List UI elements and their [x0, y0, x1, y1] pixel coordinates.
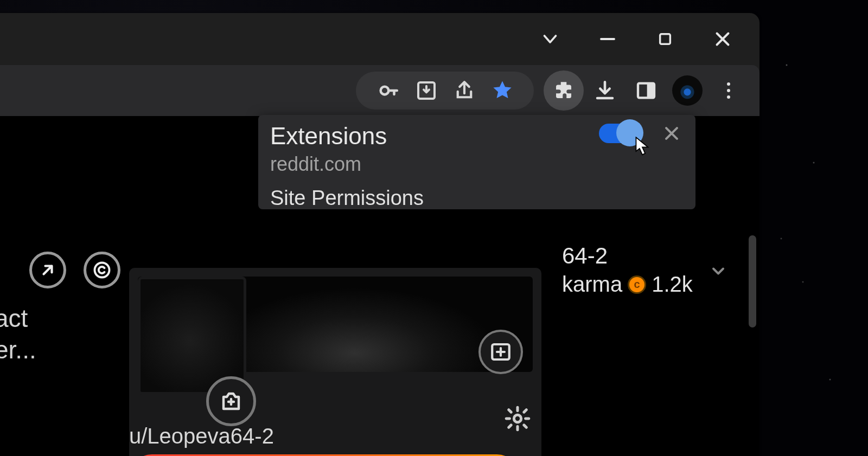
scrollbar-thumb[interactable] — [749, 235, 756, 327]
open-link-icon[interactable] — [29, 252, 66, 288]
install-pwa-icon[interactable] — [410, 74, 443, 107]
close-popover-icon[interactable] — [660, 121, 684, 145]
profile-banner — [138, 277, 533, 372]
bookmark-star-icon[interactable] — [486, 74, 519, 107]
add-avatar-photo-button[interactable] — [206, 376, 256, 426]
titlebar — [0, 13, 760, 65]
top-username-fragment: 64-2 — [562, 243, 693, 269]
omnibox-actions — [356, 72, 534, 110]
add-banner-button[interactable] — [478, 330, 523, 374]
kebab-menu[interactable] — [709, 70, 749, 111]
extensions-toggle[interactable] — [599, 124, 639, 143]
toolbar-icons — [544, 70, 749, 111]
copyright-icon[interactable] — [84, 252, 120, 288]
svg-point-7 — [514, 415, 521, 422]
profile-settings-icon[interactable] — [501, 402, 534, 435]
browser-window: act er... w it's ere's u/Leopeva64-2 — [0, 13, 760, 456]
downloads-icon[interactable] — [585, 70, 625, 111]
extensions-popover: Extensions reddit.com Site Permissions — [258, 115, 695, 209]
profile-username: u/Leopeva64-2 — [129, 424, 274, 448]
browser-toolbar — [0, 65, 760, 116]
chevron-down-icon[interactable] — [709, 261, 728, 281]
avatar-image — [672, 75, 703, 106]
site-permissions-link[interactable]: Site Permissions — [270, 187, 684, 210]
close-window-button[interactable] — [710, 26, 736, 52]
sidepanel-icon[interactable] — [626, 70, 666, 111]
profile-avatar[interactable] — [667, 70, 707, 111]
svg-rect-4 — [647, 84, 654, 98]
coin-value: 1.2k — [652, 272, 693, 297]
popover-site: reddit.com — [270, 153, 684, 176]
top-user-chip[interactable]: 64-2 karma c 1.2k — [562, 243, 693, 297]
karma-word: karma — [562, 272, 622, 297]
minimize-button[interactable] — [595, 26, 621, 52]
key-icon[interactable] — [372, 74, 405, 107]
cropped-post-text-1: act er... — [0, 303, 36, 365]
svg-point-5 — [95, 263, 110, 278]
extensions-button[interactable] — [544, 70, 584, 111]
share-icon[interactable] — [448, 74, 481, 107]
coin-icon: c — [628, 275, 646, 294]
maximize-button[interactable] — [652, 26, 678, 52]
svg-rect-0 — [660, 34, 671, 44]
profile-card: u/Leopeva64-2 Create Avatar Karma — [129, 268, 541, 456]
tabs-dropdown-icon[interactable] — [537, 26, 563, 52]
toggle-knob — [616, 119, 643, 146]
